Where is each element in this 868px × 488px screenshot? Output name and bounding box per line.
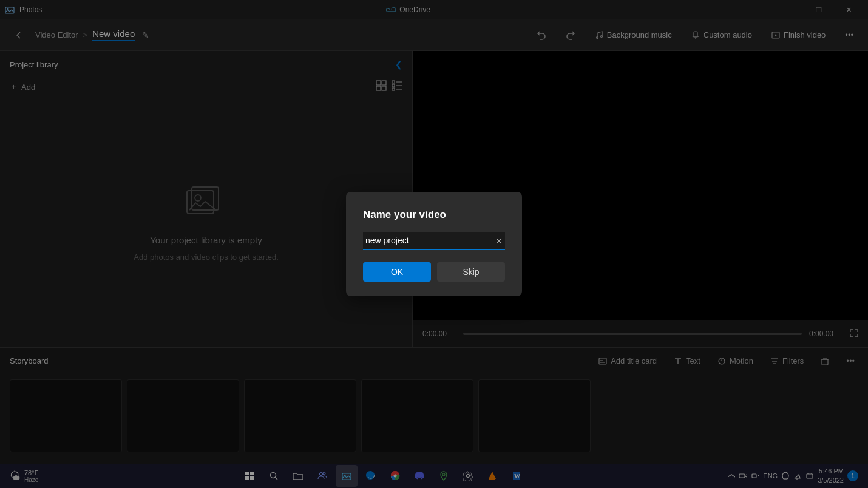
dialog-overlay: Name your video ✕ OK Skip — [0, 0, 868, 488]
dialog-skip-button[interactable]: Skip — [437, 262, 505, 282]
clear-input-button[interactable]: ✕ — [495, 236, 503, 246]
dialog-ok-button[interactable]: OK — [363, 262, 431, 282]
video-name-input[interactable] — [363, 232, 505, 250]
dialog-buttons: OK Skip — [363, 262, 505, 282]
name-video-dialog: Name your video ✕ OK Skip — [346, 192, 522, 296]
dialog-input-wrap: ✕ — [363, 232, 505, 250]
dialog-title: Name your video — [363, 209, 505, 221]
